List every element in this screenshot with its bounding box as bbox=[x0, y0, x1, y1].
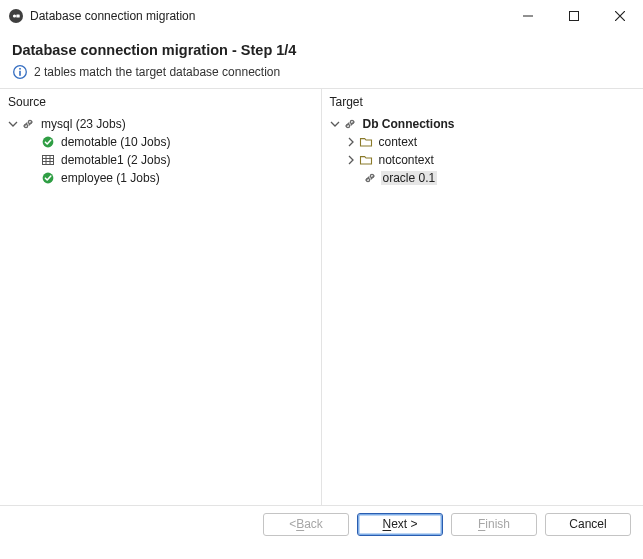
chevron-right-icon[interactable] bbox=[344, 153, 358, 167]
wizard-footer: < Back Next > Finish Cancel bbox=[0, 506, 643, 542]
source-label: Source bbox=[0, 89, 321, 113]
connection-icon bbox=[20, 116, 36, 132]
close-button[interactable] bbox=[597, 0, 643, 32]
target-pane: Target Db Connections bbox=[322, 89, 644, 505]
info-icon bbox=[12, 64, 28, 80]
back-button: < Back bbox=[263, 513, 349, 536]
connection-icon bbox=[342, 116, 358, 132]
svg-rect-5 bbox=[19, 71, 21, 76]
target-selected-label: oracle 0.1 bbox=[381, 171, 438, 185]
back-button-rest: ack bbox=[304, 517, 323, 531]
connection-icon bbox=[362, 170, 378, 186]
wizard-heading: Database connection migration - Step 1/4 bbox=[12, 42, 631, 58]
wizard-info: 2 tables match the target database conne… bbox=[12, 64, 631, 80]
target-folder-label: context bbox=[377, 135, 420, 149]
source-root[interactable]: mysql (23 Jobs) bbox=[0, 115, 321, 133]
source-pane: Source mysql (23 Jobs) bbox=[0, 89, 322, 505]
source-root-label: mysql (23 Jobs) bbox=[39, 117, 128, 131]
svg-point-12 bbox=[346, 124, 349, 127]
target-tree[interactable]: Db Connections context bbox=[322, 113, 644, 505]
chevron-down-icon[interactable] bbox=[6, 117, 20, 131]
chevron-down-icon[interactable] bbox=[328, 117, 342, 131]
cancel-button[interactable]: Cancel bbox=[545, 513, 631, 536]
svg-rect-3 bbox=[570, 12, 579, 21]
close-icon bbox=[615, 11, 625, 21]
minimize-button[interactable] bbox=[505, 0, 551, 32]
svg-point-13 bbox=[350, 120, 353, 123]
svg-point-15 bbox=[370, 174, 373, 177]
chevron-right-icon[interactable] bbox=[344, 135, 358, 149]
source-item[interactable]: employee (1 Jobs) bbox=[0, 169, 321, 187]
source-item[interactable]: demotable1 (2 Jobs) bbox=[0, 151, 321, 169]
ok-icon bbox=[40, 134, 56, 150]
target-connection-selected[interactable]: oracle 0.1 bbox=[322, 169, 644, 187]
back-button-u: B bbox=[296, 517, 304, 531]
target-folder-label: notcontext bbox=[377, 153, 436, 167]
titlebar: Database connection migration bbox=[0, 0, 643, 32]
ok-icon bbox=[40, 170, 56, 186]
svg-rect-10 bbox=[43, 156, 54, 165]
wizard-info-text: 2 tables match the target database conne… bbox=[34, 65, 280, 79]
folder-icon bbox=[358, 134, 374, 150]
target-root-label: Db Connections bbox=[361, 117, 457, 131]
next-button[interactable]: Next > bbox=[357, 513, 443, 536]
svg-point-14 bbox=[366, 178, 369, 181]
svg-point-8 bbox=[28, 120, 31, 123]
window-title: Database connection migration bbox=[30, 9, 195, 23]
svg-rect-6 bbox=[19, 68, 21, 70]
app-icon bbox=[8, 8, 24, 24]
main-area: Source mysql (23 Jobs) bbox=[0, 89, 643, 506]
next-button-rest: ext > bbox=[391, 517, 417, 531]
back-button-pre: < bbox=[289, 517, 296, 531]
cancel-button-label: Cancel bbox=[569, 517, 606, 531]
source-item-label: demotable1 (2 Jobs) bbox=[59, 153, 172, 167]
source-item-label: employee (1 Jobs) bbox=[59, 171, 162, 185]
svg-point-1 bbox=[13, 14, 16, 17]
table-icon bbox=[40, 152, 56, 168]
source-item[interactable]: demotable (10 Jobs) bbox=[0, 133, 321, 151]
finish-button-rest: inish bbox=[485, 517, 510, 531]
target-root[interactable]: Db Connections bbox=[322, 115, 644, 133]
target-folder[interactable]: notcontext bbox=[322, 151, 644, 169]
finish-button-u: F bbox=[478, 517, 485, 531]
target-folder[interactable]: context bbox=[322, 133, 644, 151]
source-item-label: demotable (10 Jobs) bbox=[59, 135, 172, 149]
source-tree[interactable]: mysql (23 Jobs) demotable (10 Jobs) demo… bbox=[0, 113, 321, 505]
svg-rect-2 bbox=[16, 14, 19, 17]
svg-point-7 bbox=[24, 124, 27, 127]
folder-icon bbox=[358, 152, 374, 168]
maximize-button[interactable] bbox=[551, 0, 597, 32]
maximize-icon bbox=[569, 11, 579, 21]
next-button-u: N bbox=[382, 517, 391, 531]
target-label: Target bbox=[322, 89, 644, 113]
minimize-icon bbox=[523, 11, 533, 21]
wizard-header: Database connection migration - Step 1/4… bbox=[0, 32, 643, 89]
finish-button: Finish bbox=[451, 513, 537, 536]
window-controls bbox=[505, 0, 643, 32]
